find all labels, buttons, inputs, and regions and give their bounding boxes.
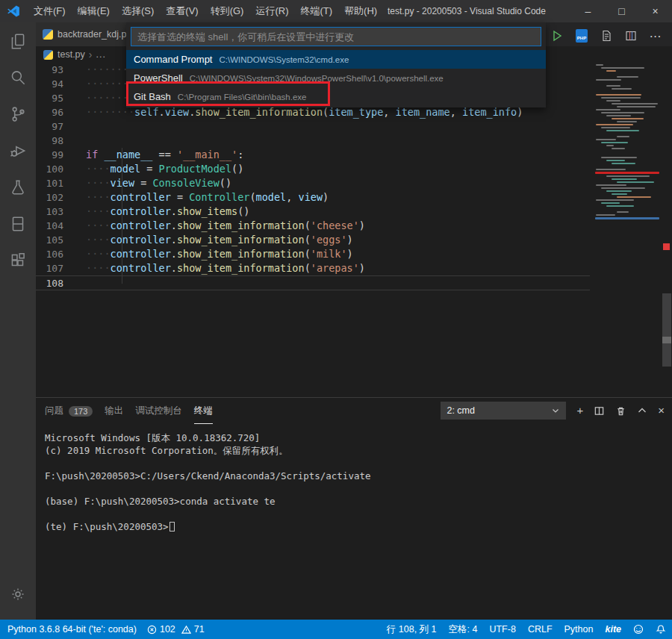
code-line[interactable]: 104····controller.show_item_information(… bbox=[36, 219, 672, 233]
code-editor[interactable]: 93················94················95··… bbox=[36, 63, 672, 397]
line-number: 105 bbox=[36, 233, 63, 247]
terminal-select[interactable]: 2: cmd bbox=[441, 402, 566, 420]
python-file-icon bbox=[43, 29, 53, 40]
language-status[interactable]: Python bbox=[564, 624, 594, 635]
code-line[interactable]: 98 bbox=[36, 134, 672, 148]
maximize-button[interactable]: □ bbox=[605, 0, 638, 22]
line-number: 97 bbox=[36, 119, 63, 134]
line-number: 98 bbox=[36, 134, 63, 148]
editor-scrollbar[interactable] bbox=[662, 63, 672, 397]
menu-item[interactable]: 终端(T) bbox=[294, 0, 338, 22]
new-terminal-icon[interactable]: + bbox=[576, 402, 583, 420]
error-icon bbox=[147, 625, 157, 635]
terminal-line: (c) 2019 Microsoft Corporation。保留所有权利。 bbox=[45, 444, 672, 457]
activity-bar bbox=[0, 22, 36, 620]
source-control-icon[interactable] bbox=[0, 96, 36, 132]
quickpick-input[interactable] bbox=[131, 27, 541, 46]
quickpick-item-gitbash[interactable]: Git Bash C:\Program Files\Git\bin\bash.e… bbox=[126, 87, 546, 106]
minimap[interactable] bbox=[594, 64, 659, 230]
window-controls: – □ × bbox=[571, 0, 672, 22]
tab-label: backtrader_kdj.p bbox=[57, 29, 126, 40]
menu-item[interactable]: 运行(R) bbox=[249, 0, 294, 22]
breadcrumb-more[interactable]: ... bbox=[96, 49, 106, 60]
menu-item[interactable]: 编辑(E) bbox=[72, 0, 116, 22]
notifications-bell-icon[interactable] bbox=[656, 624, 666, 635]
split-editor-icon[interactable] bbox=[623, 28, 638, 43]
code-line[interactable]: 102····controller = Controller(model, vi… bbox=[36, 190, 672, 205]
line-number: 108 bbox=[36, 277, 63, 290]
problems-badge: 173 bbox=[69, 406, 93, 417]
code-line[interactable]: 107····controller.show_item_information(… bbox=[36, 261, 672, 275]
menu-item[interactable]: 文件(F) bbox=[28, 0, 72, 22]
line-number: 103 bbox=[36, 205, 63, 219]
menu-item[interactable]: 查看(V) bbox=[160, 0, 204, 22]
settings-gear-icon[interactable] bbox=[0, 579, 36, 609]
quickpick-item-powershell[interactable]: PowerShell C:\WINDOWS\System32\WindowsPo… bbox=[126, 69, 546, 87]
code-line[interactable]: 108 bbox=[36, 275, 590, 290]
scrollbar-thumb[interactable] bbox=[662, 293, 671, 367]
vscode-window: 文件(F)编辑(E)选择(S)查看(V)转到(G)运行(R)终端(T)帮助(H)… bbox=[0, 0, 672, 639]
feedback-icon[interactable] bbox=[633, 624, 644, 635]
tab-problems[interactable]: 问题 173 bbox=[45, 398, 93, 424]
python-interpreter-status[interactable]: Python 3.6.8 64-bit ('te': conda) bbox=[7, 624, 137, 635]
explorer-icon[interactable] bbox=[0, 22, 36, 59]
quickpick-item-cmd[interactable]: Command Prompt C:\WINDOWS\System32\cmd.e… bbox=[126, 50, 546, 69]
code-line[interactable]: 105····controller.show_item_information(… bbox=[36, 233, 672, 247]
line-number: 106 bbox=[36, 247, 63, 261]
code-line[interactable]: 103····controller.show_items() bbox=[36, 205, 672, 219]
split-terminal-icon[interactable] bbox=[594, 405, 605, 417]
more-actions-icon[interactable]: ⋯ bbox=[648, 28, 663, 43]
maximize-panel-icon[interactable] bbox=[637, 405, 647, 416]
terminal-line: (base) F:\push\20200503>conda activate t… bbox=[45, 495, 672, 508]
code-line[interactable]: 99if __name__ == '__main__': bbox=[36, 148, 672, 162]
line-number: 104 bbox=[36, 219, 63, 233]
run-debug-icon[interactable] bbox=[0, 132, 36, 169]
terminal-line: F:\push\20200503>C:/Users/Ckend/Anaconda… bbox=[45, 470, 672, 482]
terminal-line bbox=[45, 482, 672, 495]
line-number: 107 bbox=[36, 261, 63, 275]
notebook-icon[interactable] bbox=[0, 205, 36, 242]
indentation-status[interactable]: 空格: 4 bbox=[449, 623, 478, 636]
php-tool-icon[interactable]: PHP bbox=[574, 28, 589, 43]
error-marker bbox=[663, 243, 670, 250]
run-python-file-icon[interactable] bbox=[550, 28, 564, 43]
menu-item[interactable]: 转到(G) bbox=[205, 0, 250, 22]
warning-icon bbox=[181, 625, 191, 635]
terminal-line: (te) F:\push\20200503> bbox=[45, 520, 672, 533]
tab-debug-console[interactable]: 调试控制台 bbox=[135, 398, 182, 424]
test-flask-icon[interactable] bbox=[0, 169, 36, 205]
terminal-line: Microsoft Windows [版本 10.0.18362.720] bbox=[45, 431, 672, 444]
terminal-output[interactable]: Microsoft Windows [版本 10.0.18362.720](c)… bbox=[36, 424, 672, 533]
terminal-line bbox=[45, 508, 672, 520]
line-number: 99 bbox=[36, 148, 63, 162]
code-line[interactable]: 101····view = ConsoleView() bbox=[36, 176, 672, 190]
extensions-icon[interactable] bbox=[0, 242, 36, 278]
editor-actions: PHP ⋯ bbox=[550, 27, 663, 45]
close-panel-icon[interactable]: × bbox=[658, 402, 665, 420]
tab-terminal[interactable]: 终端 bbox=[194, 398, 213, 424]
chevron-down-icon bbox=[551, 406, 560, 415]
breadcrumb-file[interactable]: test.py bbox=[57, 49, 85, 60]
problems-status[interactable]: 102 71 bbox=[147, 624, 205, 635]
kite-status[interactable]: kite bbox=[605, 624, 621, 635]
line-number: 95 bbox=[36, 91, 63, 105]
line-number: 102 bbox=[36, 190, 63, 205]
menu-item[interactable]: 选择(S) bbox=[116, 0, 160, 22]
indent-guide bbox=[122, 148, 122, 284]
bottom-panel: 问题 173 输出 调试控制台 终端 2: cmd + bbox=[36, 397, 672, 620]
line-number: 96 bbox=[36, 105, 63, 119]
encoding-status[interactable]: UTF-8 bbox=[489, 624, 515, 635]
search-icon[interactable] bbox=[0, 59, 36, 96]
preview-icon[interactable] bbox=[599, 28, 614, 43]
kill-terminal-icon[interactable] bbox=[615, 405, 626, 417]
code-line[interactable]: 100····model = ProductModel() bbox=[36, 162, 672, 176]
cursor-position-status[interactable]: 行 108, 列 1 bbox=[387, 623, 437, 636]
tab-backtrader-kdj[interactable]: backtrader_kdj.p bbox=[36, 22, 127, 46]
minimize-button[interactable]: – bbox=[571, 0, 605, 22]
code-line[interactable]: 106····controller.show_item_information(… bbox=[36, 247, 672, 261]
code-line[interactable]: 97 bbox=[36, 119, 672, 134]
eol-status[interactable]: CRLF bbox=[528, 624, 553, 635]
menu-bar: 文件(F)编辑(E)选择(S)查看(V)转到(G)运行(R)终端(T)帮助(H) bbox=[28, 0, 383, 22]
tab-output[interactable]: 输出 bbox=[105, 398, 123, 424]
close-button[interactable]: × bbox=[638, 0, 672, 22]
